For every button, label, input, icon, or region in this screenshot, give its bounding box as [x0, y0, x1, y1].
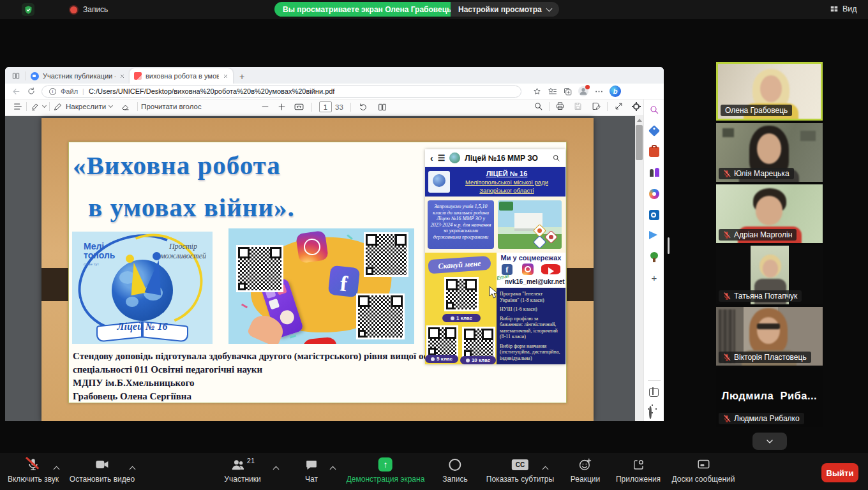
security-shield-icon[interactable]: [22, 3, 34, 16]
zoom-in-icon[interactable]: [277, 102, 287, 112]
toolbox-icon[interactable]: [649, 147, 659, 157]
qr-code-grade1: [444, 277, 479, 311]
pdf-scrollbar[interactable]: [635, 116, 643, 421]
sidebar-add-icon[interactable]: +: [649, 273, 659, 283]
profile-avatar[interactable]: [578, 86, 588, 96]
participant-tile-olena[interactable]: Олена Грабовець: [716, 62, 823, 121]
shopping-icon[interactable]: [648, 125, 660, 137]
view-button[interactable]: Вид: [830, 4, 857, 13]
url-text: C:/Users/UNICEF/Desktop/виховна%20робота…: [89, 87, 335, 95]
school-photo: [498, 200, 562, 249]
instagram-icon: [522, 264, 534, 275]
chevron-down-icon[interactable]: [108, 103, 113, 108]
panel-divider-handle[interactable]: [668, 237, 670, 254]
toc-icon[interactable]: [13, 101, 23, 112]
fullscreen-icon[interactable]: [614, 101, 624, 111]
reactions-icon: [578, 457, 592, 471]
lyceum-logo-image: Мелі тополь саме тут Простір можливостей: [72, 232, 213, 344]
muted-mic-icon: [723, 231, 731, 239]
camera-icon: [94, 457, 110, 472]
facebook-icon: f: [328, 265, 361, 298]
participant-tile-tatyana[interactable]: Татьяна Потапчук: [716, 246, 823, 304]
rotate-icon[interactable]: [358, 102, 368, 112]
figure-blue-head: [153, 252, 161, 260]
chevron-down-icon[interactable]: [42, 103, 47, 108]
games-icon[interactable]: [649, 168, 659, 178]
highlighter-icon[interactable]: [30, 102, 40, 112]
eraser-icon[interactable]: [121, 102, 130, 112]
slide-footer-line4: Грабовець Олена Сергіївна: [73, 390, 486, 403]
sidebar-search-icon[interactable]: [649, 105, 659, 115]
page-number-input[interactable]: 1: [319, 101, 332, 112]
journal-icon[interactable]: [649, 388, 659, 397]
reactions-button[interactable]: Реакции: [571, 457, 600, 484]
view-options-dropdown[interactable]: Настройки просмотра: [451, 2, 559, 17]
browser-menu-icon[interactable]: [594, 87, 604, 96]
slide-decoration-bar-left: [41, 268, 68, 301]
pdf-viewport[interactable]: «Виховна робота в умовах війни». Мелі то…: [5, 116, 643, 421]
sidebar-settings-gear-icon[interactable]: [649, 406, 652, 419]
apps-icon: [632, 458, 645, 471]
stop-video-button[interactable]: Остановить видео: [70, 457, 135, 484]
share-screen-button[interactable]: ↑ Демонстрация экрана: [347, 457, 425, 484]
zoom-out-icon[interactable]: [260, 102, 270, 112]
participant-tile-liudmyla[interactable]: Людмила Риба... Людмила Рибалко: [716, 368, 823, 427]
favorite-star-icon[interactable]: [532, 87, 542, 96]
save-as-icon[interactable]: [591, 101, 601, 111]
tab-title: Участник публикации - Zoom: [43, 72, 116, 80]
draw-label[interactable]: Накреслити: [66, 103, 106, 110]
print-icon[interactable]: [555, 101, 565, 111]
scroll-up-arrow[interactable]: [637, 119, 642, 122]
tab-zoom[interactable]: Участник публикации - Zoom: [26, 68, 130, 84]
fit-width-icon[interactable]: [294, 101, 304, 112]
participants-options-chevron[interactable]: [273, 466, 280, 473]
participant-tile-yuliia[interactable]: Юлія Марецька: [716, 123, 823, 182]
refresh-icon[interactable]: [27, 87, 36, 96]
outlook-icon[interactable]: [649, 210, 659, 220]
participant-tile-viktoriia[interactable]: Вікторія Пластовець: [716, 307, 823, 366]
more-participants-button[interactable]: [752, 433, 787, 450]
tab-pdf-active[interactable]: виховна робота в умовах війн: [130, 68, 233, 84]
chat-options-chevron[interactable]: [330, 466, 336, 473]
apps-button[interactable]: Приложения: [616, 457, 661, 484]
leave-button[interactable]: Выйти: [821, 463, 858, 482]
copilot-bing-icon[interactable]: b: [610, 85, 621, 97]
read-aloud-button[interactable]: Прочитати вголос: [141, 103, 202, 110]
favorites-bar-icon[interactable]: [548, 87, 557, 96]
participants-button[interactable]: 21 Участники: [224, 457, 260, 484]
banner-line3: Запорізької області: [452, 186, 562, 195]
tree-icon[interactable]: [649, 252, 659, 262]
info-icon[interactable]: i: [49, 88, 56, 95]
new-tab-button[interactable]: +: [239, 73, 244, 80]
pdf-settings-gear-icon[interactable]: [633, 103, 640, 110]
whiteboards-button[interactable]: Доски сообщений: [671, 457, 735, 484]
collections-icon[interactable]: [563, 87, 572, 96]
close-icon[interactable]: [119, 73, 125, 79]
save-icon[interactable]: [573, 101, 583, 111]
scrollbar-thumb[interactable]: [636, 125, 643, 160]
figure-yellow-head: [126, 255, 134, 263]
participants-icon: [230, 457, 245, 472]
draw-pen-icon[interactable]: [53, 102, 63, 112]
copilot-icon[interactable]: [649, 189, 659, 199]
page-layout-icon[interactable]: [377, 102, 387, 112]
logo-brand-line1: Мелі: [84, 242, 115, 251]
participant-tile-adrian[interactable]: Адріан Марголін: [716, 184, 823, 243]
logo-tagline-line1: Простір: [160, 242, 206, 251]
address-input[interactable]: i Файл | C:/Users/UNICEF/Desktop/виховна…: [41, 85, 521, 98]
tab-workspaces-icon[interactable]: [11, 71, 20, 80]
unmute-button[interactable]: Включить звук: [8, 457, 59, 484]
edge-sidebar: +: [643, 100, 664, 421]
scan-panel: Скануй мене 1 клас 5 клас 10 клас: [425, 253, 497, 364]
participant-name-label: Вікторія Пластовець: [734, 353, 807, 362]
back-icon[interactable]: [11, 87, 21, 96]
record-button[interactable]: Запись: [442, 457, 467, 484]
whiteboard-icon: [696, 457, 710, 471]
drop-icon[interactable]: [649, 231, 657, 239]
close-icon[interactable]: [223, 73, 228, 79]
meeting-top-bar: Запись Вы просматриваете экран Олена Гра…: [0, 0, 868, 19]
chat-button[interactable]: Чат: [305, 457, 318, 484]
search-icon[interactable]: [534, 101, 543, 111]
participants-count-badge: 21: [247, 457, 255, 464]
email-address: nvk16_mel@ukr.net: [505, 278, 565, 285]
